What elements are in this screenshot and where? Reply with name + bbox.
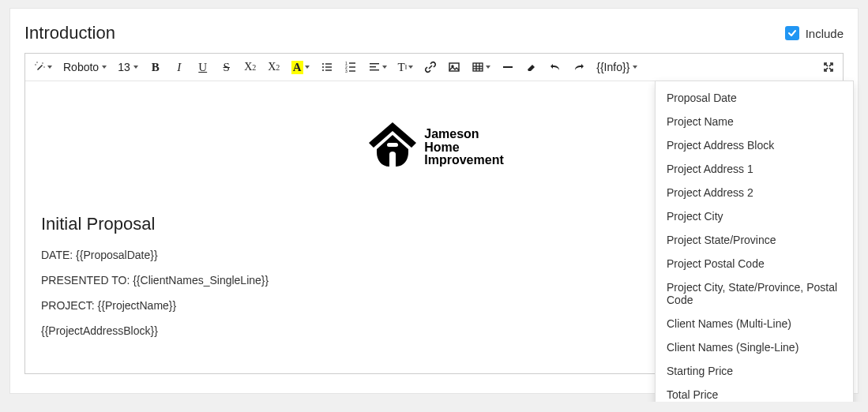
introduction-panel: Introduction Include Roboto 13 B I U S	[9, 8, 859, 394]
info-label: {{Info}}	[596, 61, 629, 73]
table-button[interactable]	[472, 58, 490, 76]
panel-header: Introduction Include	[24, 23, 844, 43]
paragraph-align-button[interactable]	[368, 58, 387, 76]
text-format-button[interactable]: TI	[398, 58, 414, 76]
svg-point-1	[36, 62, 37, 62]
checkbox-icon	[785, 26, 799, 40]
dropdown-item[interactable]: Project Postal Code	[656, 252, 853, 275]
logo-line: Jameson	[424, 128, 503, 141]
link-button[interactable]	[424, 58, 437, 76]
dropdown-item[interactable]: Total Price	[656, 383, 853, 402]
subscript-button[interactable]: X2	[268, 58, 280, 76]
rich-text-editor: Roboto 13 B I U S X2 X2 A 123	[24, 53, 844, 374]
superscript-button[interactable]: X2	[244, 58, 257, 76]
svg-point-0	[35, 64, 36, 65]
dropdown-item[interactable]: Project Name	[656, 110, 853, 133]
logo-text: Jameson Home Improvement	[424, 128, 503, 167]
text-color-button[interactable]: A	[291, 58, 310, 76]
svg-rect-16	[370, 63, 379, 64]
svg-point-2	[42, 62, 43, 63]
logo-line: Home	[424, 141, 503, 155]
font-family-label: Roboto	[63, 61, 99, 73]
font-family-dropdown[interactable]: Roboto	[63, 61, 107, 73]
svg-rect-9	[325, 69, 332, 70]
font-size-dropdown[interactable]: 13	[118, 61, 138, 73]
svg-rect-19	[449, 63, 459, 71]
panel-title: Introduction	[24, 23, 115, 43]
dropdown-item[interactable]: Project Address 2	[656, 181, 853, 204]
redo-button[interactable]	[573, 58, 585, 76]
strikethrough-button[interactable]: S	[220, 58, 233, 76]
svg-point-8	[322, 69, 324, 71]
svg-text:3: 3	[345, 69, 348, 73]
svg-rect-13	[349, 66, 355, 67]
svg-rect-21	[473, 63, 483, 71]
info-merge-dropdown[interactable]: {{Info}}	[596, 61, 637, 73]
svg-rect-26	[503, 66, 513, 68]
svg-point-3	[43, 66, 44, 67]
dropdown-item[interactable]: Project City	[656, 204, 853, 228]
include-toggle[interactable]: Include	[785, 26, 844, 40]
svg-rect-11	[349, 62, 355, 63]
svg-rect-18	[370, 69, 379, 70]
logo-line: Improvement	[424, 154, 503, 167]
info-dropdown-menu: Proposal Date Project Name Project Addre…	[655, 81, 854, 402]
dropdown-item[interactable]: Project Address 1	[656, 157, 853, 181]
horizontal-rule-button[interactable]	[502, 58, 514, 76]
italic-button[interactable]: I	[173, 58, 186, 76]
dropdown-item[interactable]: Client Names (Single-Line)	[656, 335, 853, 359]
dropdown-item[interactable]: Client Names (Multi-Line)	[656, 312, 853, 335]
dropdown-item[interactable]: Project Address Block	[656, 133, 853, 157]
unordered-list-button[interactable]	[321, 58, 333, 76]
fullscreen-button[interactable]	[822, 58, 835, 76]
svg-rect-17	[370, 66, 376, 67]
eraser-button[interactable]	[525, 58, 538, 76]
svg-line-27	[825, 64, 828, 66]
dropdown-item[interactable]: Project State/Province	[656, 228, 853, 252]
svg-point-4	[322, 63, 324, 65]
dropdown-item[interactable]: Starting Price	[656, 359, 853, 383]
dropdown-item[interactable]: Project City, State/Province, Postal Cod…	[656, 275, 853, 312]
svg-line-29	[825, 68, 828, 70]
svg-line-28	[829, 64, 832, 66]
include-label: Include	[806, 27, 844, 40]
svg-rect-15	[349, 70, 355, 71]
svg-point-6	[322, 66, 324, 68]
undo-button[interactable]	[549, 58, 562, 76]
svg-rect-31	[387, 143, 398, 147]
editor-toolbar: Roboto 13 B I U S X2 X2 A 123	[25, 54, 843, 81]
svg-rect-7	[325, 66, 332, 67]
svg-rect-5	[325, 63, 332, 64]
svg-line-30	[829, 68, 832, 70]
font-size-label: 13	[118, 61, 130, 73]
image-button[interactable]	[448, 58, 460, 76]
house-icon	[364, 121, 421, 174]
underline-button[interactable]: U	[197, 58, 209, 76]
magic-wand-button[interactable]	[33, 58, 52, 76]
ordered-list-button[interactable]: 123	[344, 58, 357, 76]
dropdown-item[interactable]: Proposal Date	[656, 86, 853, 110]
bold-button[interactable]: B	[149, 58, 162, 76]
